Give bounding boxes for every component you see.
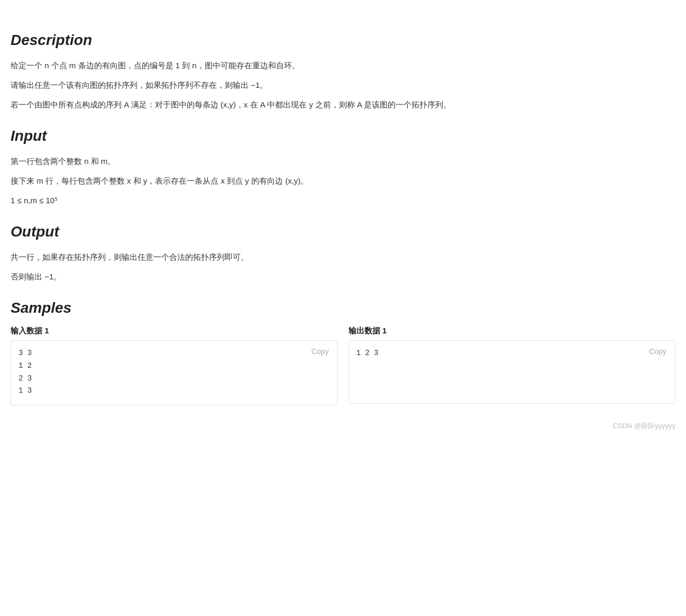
input-title: Input xyxy=(11,128,675,144)
sample-output-box: Copy1 2 3 xyxy=(349,340,676,404)
input-para: 接下来 m 行，每行包含两个整数 x 和 y，表示存在一条从点 x 到点 y 的… xyxy=(11,174,675,188)
samples-title: Samples xyxy=(11,300,675,316)
description-para: 给定一个 n 个点 m 条边的有向图，点的编号是 1 到 n，图中可能存在重边和… xyxy=(11,58,675,73)
output-title: Output xyxy=(11,223,675,240)
output-para: 否则输出 −1。 xyxy=(11,269,675,284)
copy-output-button[interactable]: Copy xyxy=(647,346,669,357)
sample-input-code: 3 3 1 2 2 3 1 3 xyxy=(19,347,330,397)
description-para: 若一个由图中所有点构成的序列 A 满足：对于图中的每条边 (x,y)，x 在 A… xyxy=(11,97,675,112)
sample-output-label: 输出数据 1 xyxy=(349,326,676,336)
copy-input-button[interactable]: Copy xyxy=(309,346,331,357)
sample-input-label: 输入数据 1 xyxy=(11,326,338,336)
samples-grid: 输入数据 1Copy3 3 1 2 2 3 1 3输出数据 1Copy1 2 3 xyxy=(11,326,675,405)
sample-output-code: 1 2 3 xyxy=(356,347,668,360)
samples-section: Samples 输入数据 1Copy3 3 1 2 2 3 1 3输出数据 1C… xyxy=(11,300,675,405)
description-para: 请输出任意一个该有向图的拓扑序列，如果拓扑序列不存在，则输出 −1。 xyxy=(11,78,675,92)
output-paragraphs: 共一行，如果存在拓扑序列，则输出任意一个合法的拓扑序列即可。否则输出 −1。 xyxy=(11,250,675,284)
description-paragraphs: 给定一个 n 个点 m 条边的有向图，点的编号是 1 到 n，图中可能存在重边和… xyxy=(11,58,675,112)
description-title: Description xyxy=(11,32,675,49)
description-section: Description 给定一个 n 个点 m 条边的有向图，点的编号是 1 到… xyxy=(11,32,675,112)
sample-input-column: 输入数据 1Copy3 3 1 2 2 3 1 3 xyxy=(11,326,338,405)
input-para: 第一行包含两个整数 n 和 m。 xyxy=(11,154,675,168)
input-paragraphs: 第一行包含两个整数 n 和 m。接下来 m 行，每行包含两个整数 x 和 y，表… xyxy=(11,154,675,207)
sample-output-column: 输出数据 1Copy1 2 3 xyxy=(349,326,676,405)
input-para: 1 ≤ n,m ≤ 10⁵ xyxy=(11,193,675,207)
output-para: 共一行，如果存在拓扑序列，则输出任意一个合法的拓扑序列即可。 xyxy=(11,250,675,264)
input-section: Input 第一行包含两个整数 n 和 m。接下来 m 行，每行包含两个整数 x… xyxy=(11,128,675,207)
output-section: Output 共一行，如果存在拓扑序列，则输出任意一个合法的拓扑序列即可。否则输… xyxy=(11,223,675,284)
footer-credit: CSDN @际际yyyyyy xyxy=(11,421,675,431)
sample-input-box: Copy3 3 1 2 2 3 1 3 xyxy=(11,340,338,405)
